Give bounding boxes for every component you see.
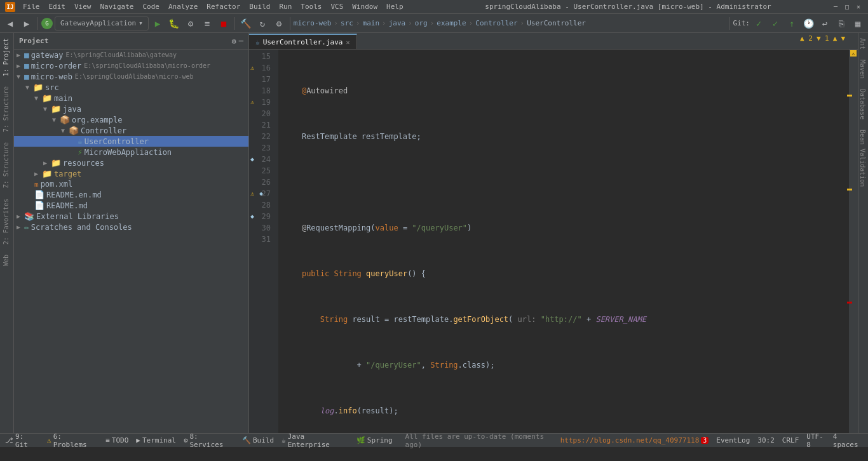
git-status[interactable]: ⎇ 9: Git xyxy=(5,432,39,449)
menu-run[interactable]: Run xyxy=(275,1,295,12)
java-enterprise-status[interactable]: ☕ Java Enterprise xyxy=(281,432,349,449)
settings-button[interactable]: ⚙ xyxy=(271,16,287,31)
todo-status[interactable]: ≡ TODO xyxy=(105,436,128,444)
git-checkmark2[interactable]: ✓ xyxy=(768,16,783,31)
arrow-icon: ▼ xyxy=(17,73,24,80)
terminal-status[interactable]: ▶ Terminal xyxy=(136,436,176,444)
tree-main[interactable]: ▼ 📁 main xyxy=(14,93,248,104)
menu-file[interactable]: File xyxy=(19,1,44,12)
menu-code[interactable]: Code xyxy=(139,1,163,12)
breadcrumb-controller[interactable]: Controller xyxy=(475,19,517,27)
event-log-status[interactable]: EventLog xyxy=(716,436,750,444)
breadcrumb-main[interactable]: main xyxy=(363,19,380,27)
menu-refactor[interactable]: Refactor xyxy=(203,1,244,12)
tree-gateway[interactable]: ▶ ■ gateway E:\springCloudAlibaba\gatewa… xyxy=(14,50,248,60)
git-rollback[interactable]: ↩ xyxy=(817,16,832,31)
menu-edit[interactable]: Edit xyxy=(45,1,70,12)
right-tab-maven[interactable]: Maven xyxy=(858,55,868,84)
menu-window[interactable]: Window xyxy=(348,1,381,12)
tree-target[interactable]: ▶ 📁 target xyxy=(14,168,248,179)
breadcrumb-usercontroller[interactable]: UserController xyxy=(527,19,586,27)
tree-micro-web[interactable]: ▼ ■ micro-web E:\springCloudAlibaba\micr… xyxy=(14,71,248,82)
problems-status[interactable]: ⚠ 6: Problems xyxy=(47,432,98,449)
line-ending[interactable]: CRLF xyxy=(782,436,799,444)
tree-pom[interactable]: m pom.xml xyxy=(14,179,248,189)
tab-usercontroller[interactable]: ☕ UserController.java ✕ xyxy=(249,34,357,49)
gutter-line-15: 15 xyxy=(249,51,275,62)
git-push[interactable]: ↑ xyxy=(784,16,799,31)
tree-readme[interactable]: 📄 README.md xyxy=(14,200,248,211)
git-layout[interactable]: ▦ xyxy=(850,16,865,31)
tree-readme-en[interactable]: 📄 README.en.md xyxy=(14,189,248,200)
breadcrumb-org[interactable]: org xyxy=(415,19,428,27)
spring-status[interactable]: 🌿 Spring xyxy=(356,436,393,444)
sidebar-settings-icon[interactable]: ⚙ xyxy=(232,37,236,46)
sidebar-tab-favorites[interactable]: 2: Favorites xyxy=(0,194,13,250)
close-tab-icon[interactable]: ✕ xyxy=(346,39,349,46)
code-line-19: public String queryUser() { xyxy=(283,268,844,279)
menu-help[interactable]: Help xyxy=(383,1,407,12)
run-button[interactable]: ▶ xyxy=(150,16,165,31)
tree-controller[interactable]: ▼ 📦 Controller xyxy=(14,125,248,136)
services-status[interactable]: ⚙ 8: Services xyxy=(184,432,234,449)
collapse-notif-icon[interactable]: ▲ xyxy=(833,34,837,43)
csdn-link[interactable]: https://blog.csdn.net/qq_40977118 3 xyxy=(560,436,709,444)
debug-button[interactable]: 🐛 xyxy=(166,16,182,31)
right-tab-ant[interactable]: Ant xyxy=(858,33,868,55)
line-number: 21 xyxy=(262,119,271,131)
sidebar-collapse-icon[interactable]: ─ xyxy=(239,37,243,46)
menu-view[interactable]: View xyxy=(71,1,95,12)
build-status[interactable]: 🔨 Build xyxy=(242,436,274,444)
git-checkmark1[interactable]: ✓ xyxy=(751,16,766,31)
menu-navigate[interactable]: Navigate xyxy=(97,1,138,12)
breadcrumb-example[interactable]: example xyxy=(437,19,466,27)
tree-micro-order[interactable]: ▶ ■ micro-order E:\springCloudAlibaba\mi… xyxy=(14,60,248,71)
tree-scratches-consoles[interactable]: ▶ ✏ Scratches and Consoles xyxy=(14,222,248,232)
breadcrumb-java[interactable]: java xyxy=(389,19,406,27)
menu-analyze[interactable]: Analyze xyxy=(165,1,201,12)
sidebar-tab-structure[interactable]: 7: Structure xyxy=(0,81,13,137)
minimize-button[interactable]: ─ xyxy=(831,3,840,11)
window-controls: ─ □ ✕ xyxy=(831,3,863,11)
tree-org-example[interactable]: ▼ 📦 org.example xyxy=(14,114,248,125)
code-area[interactable]: 15 ⚠ 16 17 18 ⚠ 19 xyxy=(249,50,858,433)
back-button[interactable]: ◀ xyxy=(3,16,18,31)
folder-icon: 📁 xyxy=(51,104,61,114)
tree-resources[interactable]: ▶ 📁 resources xyxy=(14,157,248,168)
git-history[interactable]: 🕐 xyxy=(801,16,816,31)
maximize-button[interactable]: □ xyxy=(843,3,851,11)
warning-count[interactable]: ▲ 2 xyxy=(800,34,813,43)
right-tab-bean-validation[interactable]: Bean Validation xyxy=(858,124,868,192)
coverage-button[interactable]: ≡ xyxy=(200,16,215,31)
info-count[interactable]: ▼ 1 xyxy=(817,34,829,43)
git-copy[interactable]: ⎘ xyxy=(834,16,849,31)
close-button[interactable]: ✕ xyxy=(854,3,863,11)
sync-button[interactable]: ↻ xyxy=(255,16,270,31)
cursor-position[interactable]: 30:2 xyxy=(757,436,775,444)
build-project-button[interactable]: 🔨 xyxy=(238,16,254,31)
menu-build[interactable]: Build xyxy=(245,1,274,12)
forward-button[interactable]: ▶ xyxy=(19,16,34,31)
sidebar-tab-web[interactable]: Web xyxy=(0,250,13,271)
encoding[interactable]: UTF-8 xyxy=(806,432,825,449)
menu-tools[interactable]: Tools xyxy=(297,1,325,12)
breadcrumb-src[interactable]: src xyxy=(341,19,353,27)
tree-src[interactable]: ▼ 📁 src xyxy=(14,82,248,93)
run-config-dropdown[interactable]: GatewayApplication ▾ xyxy=(55,17,149,30)
stop-button[interactable]: ■ xyxy=(216,16,231,31)
tree-external-libraries[interactable]: ▶ 📚 External Libraries xyxy=(14,211,248,222)
sidebar-tab-z-structure[interactable]: Z: Structure xyxy=(0,137,13,193)
menu-vcs[interactable]: VCS xyxy=(327,1,347,12)
profile-button[interactable]: ⚙ xyxy=(183,16,198,31)
indent-settings[interactable]: 4 spaces xyxy=(833,432,863,449)
tree-usercontroller[interactable]: ☕ UserController xyxy=(14,136,248,147)
tree-microwebapplication[interactable]: ⚡ MicroWebAppliaction xyxy=(14,147,248,157)
tree-java[interactable]: ▼ 📁 java xyxy=(14,104,248,114)
expand-notif-icon[interactable]: ▼ xyxy=(841,34,845,43)
sidebar-tab-project[interactable]: 1: Project xyxy=(0,33,13,81)
warning-indicator[interactable]: ⚠ xyxy=(850,50,857,57)
code-content[interactable]: @Autowired RestTemplate restTemplate; @R… xyxy=(278,50,849,433)
right-tab-database[interactable]: Database xyxy=(858,84,868,124)
arrow-icon: ▶ xyxy=(17,224,24,230)
breadcrumb-micro-web[interactable]: micro-web xyxy=(294,19,332,27)
